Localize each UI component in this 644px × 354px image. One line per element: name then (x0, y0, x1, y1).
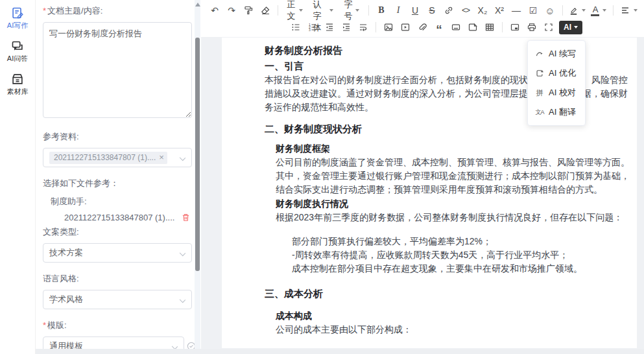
nav-label: 素材库 (7, 87, 29, 97)
insert-image-button[interactable] (381, 20, 396, 34)
fullscreen-icon (543, 22, 554, 32)
form-scrollbar-track[interactable] (195, 0, 200, 354)
reference-tag[interactable]: 2021122715133847807 (1)....× (49, 152, 167, 164)
divider-block-icon (451, 22, 461, 32)
font-size-dropdown[interactable]: 字号 (339, 3, 364, 18)
link-icon (444, 5, 454, 16)
nav-item-material-library[interactable]: 素材库 (0, 73, 35, 97)
redo-button[interactable]: ↷ (224, 3, 239, 18)
file-name: 2021122715133847807 (1).... (64, 213, 174, 222)
required-marker: * (43, 6, 46, 16)
table-icon (484, 22, 495, 32)
reference-select[interactable]: 2021122715133847807 (1)....× (43, 148, 192, 167)
caret-down-icon (299, 9, 303, 12)
video-icon (400, 22, 411, 32)
outdent-icon (324, 22, 335, 32)
doc-subheading-framework: 财务制度框架 (276, 142, 630, 156)
divider-block-button[interactable] (448, 20, 464, 34)
emoji-button[interactable]: ☺ (542, 3, 558, 18)
font-color-dropdown[interactable]: A (588, 3, 609, 18)
nav-label: AI问答 (7, 54, 28, 64)
ai-dropdown-button[interactable]: AI (559, 21, 582, 34)
eraser-icon (260, 5, 270, 16)
attachment-button[interactable] (414, 20, 430, 34)
undo-button[interactable]: ↶ (207, 3, 222, 18)
indent-button[interactable] (339, 20, 354, 34)
topic-textarea[interactable]: 写一份财务制度分析报告 (43, 22, 192, 118)
image-icon (383, 22, 394, 32)
format-painter-button[interactable] (241, 3, 256, 18)
caret-down-icon (574, 26, 578, 29)
trash-icon[interactable] (181, 213, 191, 222)
anchor-panel-button[interactable] (507, 20, 523, 34)
inline-code-button[interactable]: <> (458, 3, 473, 18)
file-hint-label: 选择如下文件参考： (43, 178, 192, 189)
ai-continue-icon (535, 49, 544, 58)
code-block-button[interactable] (465, 20, 481, 34)
paragraph-style-dropdown[interactable]: 正文 (282, 3, 308, 18)
align-dropdown[interactable] (617, 3, 640, 18)
ordered-list-button[interactable]: 123 (305, 20, 320, 34)
toolbar-divider (278, 5, 278, 16)
template-label: *模版: (43, 320, 192, 331)
nav-item-ai-writing[interactable]: AI写作 (0, 6, 35, 30)
italic-button[interactable]: I (390, 3, 406, 18)
toolbar-row-2: 123 “ AI (206, 19, 640, 36)
doc-subheading-cost-structure: 成本构成 (276, 309, 630, 323)
align-left-icon (620, 5, 630, 16)
required-marker: * (43, 320, 46, 330)
caret-down-icon (329, 9, 333, 12)
chevron-down-icon (180, 250, 185, 256)
doc-paragraph: 公司的成本主要由以下部分构成： (276, 323, 630, 336)
superscript-button[interactable]: X² (492, 3, 507, 18)
toolbar-divider (376, 22, 376, 32)
editor-pane: ↶ ↷ 正文 默认字体 字号 B I U S <> X₂ X² — ☑ ☺ (201, 0, 644, 354)
ai-menu-item-proofread[interactable]: 拼 AI 校对 (528, 83, 585, 102)
document-pen-icon (11, 6, 24, 19)
form-scrollbar-thumb[interactable] (195, 38, 200, 271)
language-style-select[interactable]: 学术风格 (43, 290, 192, 309)
link-button[interactable] (441, 3, 457, 18)
chevron-down-icon (180, 297, 185, 303)
doc-type-select[interactable]: 技术方案 (43, 243, 192, 263)
bullet-list-button[interactable] (288, 20, 304, 34)
language-style-label: 语言风格: (43, 273, 192, 285)
text-wrap-icon (358, 22, 368, 32)
blockquote-button[interactable]: “ (431, 20, 447, 34)
language-style-value: 学术风格 (49, 294, 83, 305)
toolbar-divider (502, 22, 503, 32)
fullscreen-button[interactable] (541, 20, 556, 34)
highlight-pen-icon (569, 6, 578, 16)
eraser-button[interactable] (257, 3, 273, 18)
subscript-button[interactable]: X₂ (475, 3, 490, 18)
toolbar-divider (613, 5, 614, 16)
ai-optimize-icon (535, 69, 544, 78)
ai-menu-item-translate[interactable]: 文A AI 翻译 (528, 102, 585, 122)
ai-menu-item-continue[interactable]: AI 续写 (528, 44, 585, 64)
text-wrap-button[interactable] (355, 20, 371, 34)
doc-subheading-execution: 财务制度执行情况 (276, 197, 630, 211)
doc-list-item: 部分部门预算执行偏差较大，平均偏差率为12%； (292, 235, 630, 248)
underline-button[interactable]: U (407, 3, 423, 18)
scroll-up-arrow-icon[interactable] (195, 3, 200, 6)
editor-toolbar: ↶ ↷ 正文 默认字体 字号 B I U S <> X₂ X² — ☑ ☺ (201, 0, 644, 37)
nav-item-ai-qa[interactable]: AI问答 (0, 40, 35, 64)
horizontal-rule-button[interactable]: — (508, 3, 524, 18)
file-group-label: 制度助手: (43, 196, 192, 207)
caret-down-icon (634, 9, 638, 12)
highlight-color-dropdown[interactable] (566, 3, 588, 18)
ai-menu-item-optimize[interactable]: AI 优化 (528, 64, 585, 83)
strikethrough-button[interactable]: S (424, 3, 440, 18)
left-nav: AI写作 AI问答 素材库 (0, 0, 36, 354)
task-checkbox-button[interactable]: ☑ (525, 3, 541, 18)
ai-translate-icon: 文A (535, 108, 544, 117)
insert-video-button[interactable] (398, 20, 413, 34)
topic-label: *文档主题/内容: (43, 5, 192, 17)
insert-table-button[interactable] (482, 20, 497, 34)
font-family-dropdown[interactable]: 默认字体 (308, 3, 339, 18)
bullet-list-icon (291, 22, 301, 32)
outdent-button[interactable] (322, 20, 337, 34)
tag-close-icon[interactable]: × (159, 153, 164, 161)
print-button[interactable] (524, 20, 540, 34)
bold-button[interactable]: B (374, 3, 389, 18)
